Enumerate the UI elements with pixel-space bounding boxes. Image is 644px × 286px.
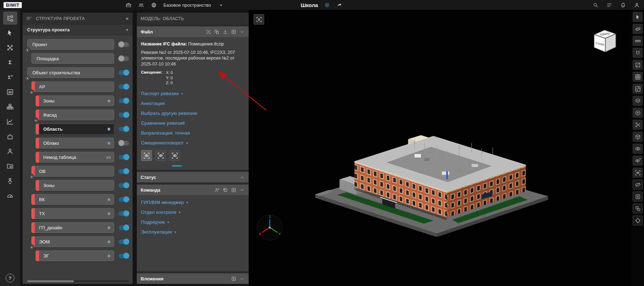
- chevron-down-icon[interactable]: [240, 29, 245, 35]
- visibility-toggle[interactable]: [119, 240, 129, 244]
- chevron-up-icon[interactable]: [240, 175, 245, 180]
- right-rail-cut-button[interactable]: [633, 120, 643, 130]
- notifications-bell-icon[interactable]: [619, 1, 627, 9]
- chevron-up-icon[interactable]: [240, 276, 245, 281]
- tree-item-eom[interactable]: ▾ ЭОМ ❄: [31, 236, 114, 247]
- tree-item-vk[interactable]: ▾ ВК ❄: [31, 194, 114, 205]
- left-rail-analytics-button[interactable]: [3, 115, 17, 128]
- visibility-toggle[interactable]: [119, 85, 129, 89]
- navigation-cube[interactable]: Сверху Слева: [589, 26, 619, 57]
- settings-gear-icon[interactable]: [323, 1, 331, 9]
- scroll-indicator[interactable]: [172, 165, 182, 167]
- visibility-toggle[interactable]: [119, 211, 129, 216]
- visibility-toggle[interactable]: [119, 127, 129, 131]
- team-role-link[interactable]: Подрядчик ▾: [141, 219, 244, 225]
- right-rail-point-info-button[interactable]: [633, 108, 643, 118]
- expand-node-icon[interactable]: ▾: [33, 118, 39, 123]
- axis-gizmo[interactable]: Z X Y: [256, 214, 283, 241]
- team-role-link[interactable]: ГИП/BIM менеджер ▾: [141, 200, 244, 205]
- tree-item-proekt[interactable]: ▾ Проект: [27, 39, 114, 50]
- visibility-mode-2-button[interactable]: [155, 150, 166, 161]
- user-icon[interactable]: [633, 1, 640, 9]
- expand-node-icon[interactable]: ▾: [29, 89, 34, 95]
- compare-icon[interactable]: [214, 29, 219, 35]
- left-rail-select-button[interactable]: [3, 26, 17, 39]
- app-logo[interactable]: BIMIT: [4, 2, 22, 8]
- tree-item-obekt-stroitelstva[interactable]: ▾ Объект строительства: [27, 67, 114, 78]
- tree-item-ov[interactable]: ▾ ОВ: [31, 166, 114, 177]
- tree-item-eg[interactable]: ▾ ЭГ ❄: [36, 250, 114, 261]
- team-role-link[interactable]: Эксплуатация ▾: [141, 229, 244, 235]
- right-rail-hide-box-button[interactable]: [633, 192, 643, 201]
- visibility-toggle[interactable]: [119, 183, 129, 188]
- team-icon[interactable]: [137, 1, 145, 9]
- left-rail-users-button[interactable]: [3, 145, 17, 158]
- focus-view-button[interactable]: [254, 14, 264, 25]
- right-rail-orbit-button[interactable]: [633, 24, 643, 34]
- tree-item-fasad[interactable]: ▾ Фасад: [36, 110, 114, 120]
- file-action-link[interactable]: Паспорт ревизии ▾: [141, 91, 244, 96]
- status-section-header[interactable]: Статус: [137, 172, 249, 182]
- right-rail-layers-button[interactable]: [633, 96, 643, 106]
- download-icon[interactable]: [223, 29, 228, 35]
- right-rail-floorplan-button[interactable]: [633, 84, 643, 94]
- share-icon[interactable]: [336, 1, 343, 9]
- tree-item-nemod-tablitsa[interactable]: ▾ Немод.таблица x≡: [36, 152, 114, 163]
- left-rail-user-location-button[interactable]: [3, 174, 17, 187]
- expand-node-icon[interactable]: ▾: [25, 47, 30, 53]
- right-rail-selection-box-button[interactable]: [633, 204, 643, 213]
- visibility-toggle[interactable]: [119, 197, 129, 202]
- left-rail-connections-button[interactable]: [3, 41, 17, 54]
- expand-node-icon[interactable]: ▾: [29, 244, 34, 250]
- expand-node-icon[interactable]: ▾: [25, 75, 30, 81]
- right-rail-grid-button[interactable]: [633, 72, 643, 82]
- tree-item-ar[interactable]: ▾ АР: [31, 81, 114, 92]
- left-rail-export-button[interactable]: [3, 160, 17, 173]
- attachments-section-header[interactable]: Вложения: [137, 273, 249, 284]
- right-rail-visibility-frame-button[interactable]: [633, 168, 643, 178]
- list-icon[interactable]: [605, 1, 613, 9]
- visibility-toggle[interactable]: [119, 169, 129, 174]
- visibility-toggle[interactable]: [119, 70, 129, 75]
- left-rail-project-structure-button[interactable]: [3, 12, 17, 25]
- 3d-building-model[interactable]: [308, 97, 556, 237]
- horizontal-scrollbar[interactable]: [27, 280, 129, 282]
- menu-icon[interactable]: [26, 16, 32, 21]
- visibility-toggle[interactable]: [119, 225, 129, 230]
- help-button[interactable]: ?: [6, 274, 14, 282]
- visibility-toggle[interactable]: [119, 42, 129, 47]
- left-rail-view-2d-button[interactable]: [3, 86, 17, 99]
- right-rail-visibility-button[interactable]: [633, 144, 643, 154]
- left-rail-plugins-button[interactable]: [3, 130, 17, 143]
- add-user-icon[interactable]: [214, 187, 219, 193]
- file-action-link[interactable]: Сравнение ревизий ▾: [141, 120, 244, 126]
- right-rail-measure-button[interactable]: [633, 36, 643, 46]
- visibility-toggle[interactable]: [119, 254, 129, 258]
- left-rail-sum-add-button[interactable]: [3, 71, 17, 84]
- right-rail-hide-selected-button[interactable]: [633, 180, 643, 189]
- tree-item-oblast[interactable]: ▾ Область ❄: [36, 124, 114, 135]
- file-action-link[interactable]: Смещение/поворот ▾: [141, 140, 244, 145]
- tree-item-gp-dizayn[interactable]: ▾ ГП_дизайн ❄: [31, 222, 114, 233]
- structure-type-dropdown[interactable]: Структура проекта ▾: [23, 24, 133, 35]
- tree-item-zony-ov[interactable]: ▾ Зоны: [36, 180, 114, 191]
- viewport-3d[interactable]: Z X Y Сверху Слева: [249, 10, 631, 286]
- search-icon[interactable]: [592, 1, 599, 9]
- visibility-toggle[interactable]: [119, 56, 129, 61]
- right-rail-isolate-target-button[interactable]: [633, 216, 643, 225]
- visibility-toggle[interactable]: [119, 113, 129, 117]
- left-rail-scheme-button[interactable]: [3, 100, 17, 113]
- team-role-link[interactable]: Отдел контроля ▾: [141, 210, 244, 215]
- visibility-toggle[interactable]: [119, 141, 129, 145]
- right-rail-visibility-add-button[interactable]: [633, 156, 643, 166]
- file-action-link[interactable]: Аннотация ▾: [141, 101, 244, 106]
- workspace-selector[interactable]: Базовое пространство ▾: [163, 2, 222, 8]
- right-rail-cube-view-button[interactable]: [633, 132, 643, 142]
- focus-model-icon[interactable]: [206, 29, 211, 35]
- right-rail-section-plane-button[interactable]: [633, 60, 643, 70]
- file-action-link[interactable]: Выбрать другую ревизию ▾: [141, 111, 244, 116]
- file-action-link[interactable]: Визуализация: точная ▾: [141, 130, 244, 136]
- visibility-toggle[interactable]: [119, 99, 129, 103]
- left-rail-dashboard-button[interactable]: [3, 189, 17, 202]
- expand-node-icon[interactable]: ▾: [29, 174, 34, 180]
